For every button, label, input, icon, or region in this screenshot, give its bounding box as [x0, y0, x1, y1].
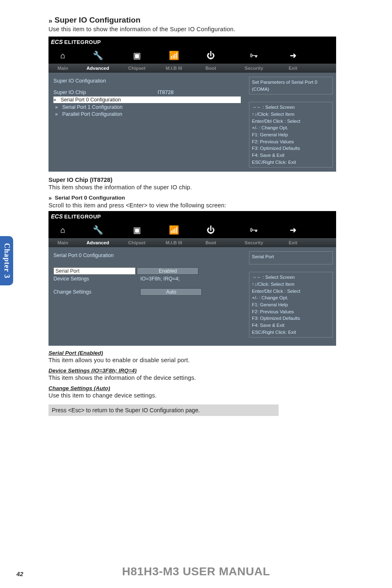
heading-serial-port-enabled: Serial Port (Enabled) — [48, 350, 361, 356]
tab-security[interactable]: Security — [244, 240, 263, 245]
bios2-right-pane: Serial Port →← : Select Screen ↑↓/Click:… — [246, 247, 336, 346]
tab-advanced[interactable]: Advanced — [87, 66, 109, 71]
brand-elitegroup: ELITEGROUP — [64, 39, 101, 45]
page-number: 42 — [16, 570, 23, 577]
help-line: F4: Save & Exit — [252, 322, 330, 329]
mib-icon: 📶 — [169, 51, 179, 60]
tab-boot[interactable]: Boot — [205, 240, 216, 245]
serial-port-value[interactable]: Enabled — [137, 267, 198, 275]
security-icon: 🗝 — [250, 51, 258, 60]
mib-icon: 📶 — [169, 225, 179, 235]
bios2-left-pane: Serial Port 0 Configuration Serial Port … — [48, 247, 246, 346]
bios2-help-box: →← : Select Screen ↑↓/Click: Select Item… — [249, 272, 333, 338]
submenu-icon: » — [55, 111, 61, 117]
text-serial-port-enabled: This item allows you to enable or disabl… — [48, 357, 361, 363]
help-line: F1: General Help — [252, 131, 330, 138]
item-label: Parallel Port Configuration — [62, 111, 122, 117]
serial-port-0-item[interactable]: » Serial Port 0 Configuration — [53, 96, 241, 103]
change-settings-value[interactable]: Auto — [140, 288, 202, 296]
subhead-serialport0-text: Serial Port 0 Configuration — [55, 195, 125, 201]
tab-boot[interactable]: Boot — [205, 66, 216, 71]
bios-tab-row: Main Advanced Chipset M.I.B III Boot Sec… — [48, 238, 336, 247]
home-icon: ⌂ — [60, 51, 65, 60]
chip-value: IT8728 — [157, 90, 173, 95]
device-settings-value: IO=3F8h; IRQ=4; — [140, 276, 180, 282]
change-settings-label: Change Settings — [53, 289, 139, 295]
help-line: F1: General Help — [252, 301, 330, 308]
superio-title: Super IO Configuration — [53, 78, 241, 84]
power-icon: ⏻ — [207, 225, 215, 235]
esc-note: Press <Esc> to return to the Super IO Co… — [48, 404, 279, 416]
bios2-body: Serial Port 0 Configuration Serial Port … — [48, 247, 336, 346]
submenu-icon: » — [55, 104, 61, 110]
bios1-body: Super IO Configuration Super IO Chip IT8… — [48, 73, 336, 172]
item-label: Serial Port 1 Configuration — [62, 104, 122, 110]
bios2-info-box: Serial Port — [249, 251, 333, 264]
heading-change-settings: Change Settings (Auto) — [48, 385, 361, 391]
tab-chipset[interactable]: Chipset — [128, 66, 145, 71]
tab-security[interactable]: Security — [244, 66, 263, 71]
bios1-info-box: Set Parameters of Serial Port 0 (COMA) — [249, 77, 333, 94]
tab-advanced[interactable]: Advanced — [87, 240, 109, 245]
home-icon: ⌂ — [60, 225, 65, 235]
bios1-help-box: →← : Select Screen ↑↓/Click: Select Item… — [249, 102, 333, 168]
device-settings-label: Device Settings — [53, 276, 139, 282]
bios-iconrow: ⌂ 🔧 ▣ 📶 ⏻ 🗝 ➜ — [48, 222, 336, 238]
security-icon: 🗝 — [250, 225, 258, 235]
section-heading: » Super IO Configuration — [48, 16, 361, 25]
serial-port-row[interactable]: Serial Port Enabled — [53, 267, 241, 275]
help-line: +/- : Change Opt. — [252, 124, 330, 131]
tab-exit[interactable]: Exit — [288, 66, 297, 71]
device-settings-row: Device Settings IO=3F8h; IRQ=4; — [53, 276, 241, 282]
chapter-side-tab: Chapter 3 — [0, 236, 13, 285]
change-settings-row[interactable]: Change Settings Auto — [53, 288, 241, 296]
help-line: ↑↓/Click: Select Item — [252, 111, 330, 118]
tab-exit[interactable]: Exit — [288, 240, 297, 245]
tab-main[interactable]: Main — [58, 66, 68, 71]
tab-mib[interactable]: M.I.B III — [166, 66, 182, 71]
bios1-right-pane: Set Parameters of Serial Port 0 (COMA) →… — [246, 73, 336, 172]
brand-ecs: ECS — [51, 39, 63, 45]
help-line: →← : Select Screen — [252, 104, 330, 111]
wrench-icon: 🔧 — [93, 51, 103, 60]
section-title-text: Super IO Configuration — [55, 16, 141, 24]
brand-ecs: ECS — [51, 213, 63, 220]
cpu-icon: ▣ — [133, 225, 141, 235]
tab-mib[interactable]: M.I.B III — [166, 240, 182, 245]
chevron-right-icon: » — [48, 17, 52, 25]
help-line: F3: Optimized Defaults — [252, 145, 330, 152]
chip-label: Super IO Chip — [53, 90, 156, 95]
serial-port-1-item[interactable]: » Serial Port 1 Configuration — [53, 104, 241, 110]
help-line: ESC/Right Click: Exit — [252, 329, 330, 336]
tab-chipset[interactable]: Chipset — [128, 240, 145, 245]
chevron-right-icon: » — [48, 195, 52, 201]
help-line: →← : Select Screen — [252, 274, 330, 281]
help-line: F4: Save & Exit — [252, 152, 330, 159]
bios1-left-pane: Super IO Configuration Super IO Chip IT8… — [48, 73, 246, 172]
exit-icon: ➜ — [290, 225, 297, 235]
superio-chip-row: Super IO Chip IT8728 — [53, 90, 241, 95]
page-content: » Super IO Configuration Use this item t… — [48, 16, 361, 416]
tab-main[interactable]: Main — [58, 240, 68, 245]
cpu-icon: ▣ — [133, 51, 141, 60]
section-description: Use this item to show the information of… — [48, 26, 361, 32]
subbody-serialport0: Scroll to this item and press <Enter> to… — [48, 202, 361, 209]
parallel-port-item[interactable]: » Parallel Port Configuration — [53, 111, 241, 117]
help-line: ↑↓/Click: Select Item — [252, 281, 330, 288]
bios-brand-bar: ECS ELITEGROUP — [48, 37, 336, 47]
bios-screenshot-2: ECS ELITEGROUP ⌂ 🔧 ▣ 📶 ⏻ 🗝 ➜ Main Advanc… — [48, 211, 336, 346]
bios-brand-bar: ECS ELITEGROUP — [48, 211, 336, 222]
serial-port-label: Serial Port — [53, 267, 136, 275]
text-change-settings: Use this item to change device settings. — [48, 392, 361, 399]
brand-elitegroup: ELITEGROUP — [64, 214, 101, 220]
help-line: ESC/Right Click: Exit — [252, 159, 330, 166]
wrench-icon: 🔧 — [93, 225, 103, 235]
help-line: +/- : Change Opt. — [252, 294, 330, 301]
exit-icon: ➜ — [290, 51, 297, 60]
text-device-settings: This item shows the information of the d… — [48, 374, 361, 381]
submenu-icon: » — [53, 97, 59, 103]
item-label: Serial Port 0 Configuration — [60, 97, 121, 103]
help-line: F3: Optimized Defaults — [252, 315, 330, 322]
heading-device-settings: Device Settings (IO=3F8h; IRQ=4) — [48, 368, 361, 374]
help-line: F2: Previous Values — [252, 138, 330, 145]
